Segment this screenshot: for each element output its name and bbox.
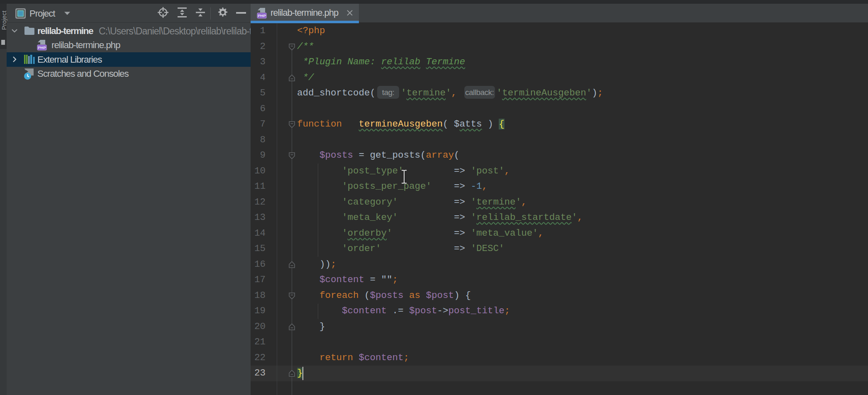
svg-text:PHP: PHP	[38, 45, 46, 50]
svg-text:PHP: PHP	[258, 13, 266, 18]
